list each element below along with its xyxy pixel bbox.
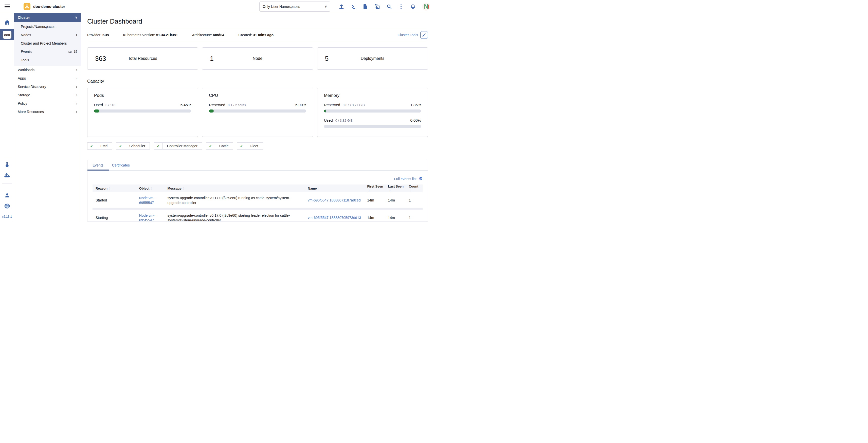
badge-label: Etcd (96, 143, 112, 149)
status-badge-etcd: ✓ Etcd (87, 143, 112, 150)
group-label: Workloads (18, 68, 34, 72)
cluster-tools-button[interactable] (420, 31, 428, 39)
notifications-button[interactable] (410, 4, 416, 9)
meta-architecture: Architecture: amd64 (192, 33, 224, 37)
sidebar-group-service-discovery[interactable]: Service Discovery › (14, 82, 81, 91)
home-icon (4, 20, 10, 25)
tab-certificates[interactable]: Certificates (112, 163, 130, 167)
app-rail: DDR v2.13.1 (0, 13, 14, 222)
check-icon: ✓ (116, 143, 125, 149)
progress-bar (324, 109, 421, 113)
cell-count: 1 (407, 209, 423, 222)
chevron-down-icon: ∨ (75, 16, 77, 19)
object-link[interactable]: Node vm-695f5547 (139, 196, 155, 205)
status-badge-scheduler: ✓ Scheduler (116, 143, 150, 150)
check-icon: ✓ (206, 143, 215, 149)
column-header-count[interactable]: Count▲▼ (407, 185, 423, 192)
chevron-right-icon: › (76, 68, 77, 72)
gauge-title: Pods (94, 93, 191, 98)
card-value: 1 (210, 55, 213, 63)
namespace-filter-select[interactable]: Only User Namespaces ∨ (259, 2, 330, 12)
user-avatar[interactable]: N (422, 3, 430, 11)
version-link[interactable]: v2.13.1 (2, 215, 12, 218)
page-title: Cluster Dashboard (87, 18, 428, 25)
capacity-card-cpu: CPU Reserved 0.1 / 2 cores 5.00% (202, 88, 313, 137)
card-label: Node (253, 56, 262, 61)
item-label: Tools (21, 58, 29, 62)
kubectl-shell-button[interactable] (350, 4, 356, 9)
home-button[interactable] (4, 20, 10, 25)
cell-message: system-upgrade-controller v0.17.0 (f2c9e… (165, 192, 306, 209)
glance-card-node: 1 Node (202, 48, 313, 70)
gear-icon[interactable]: ⚙ (419, 177, 423, 181)
hamburger-menu-button[interactable] (0, 4, 14, 9)
sidebar-group-storage[interactable]: Storage › (14, 91, 81, 99)
import-yaml-button[interactable] (339, 4, 344, 9)
download-kubeconfig-button[interactable] (363, 4, 368, 9)
account-button[interactable] (4, 193, 10, 198)
tab-events[interactable]: Events (93, 163, 103, 167)
events-tab-panel: Events Certificates Full events list ⚙ R… (87, 160, 428, 222)
sidebar-group-apps[interactable]: Apps › (14, 74, 81, 82)
copy-icon (375, 4, 380, 9)
cluster-tools-link[interactable]: Cluster Tools (398, 33, 418, 37)
item-label: Cluster and Project Members (21, 41, 67, 45)
cluster-subsection: Projects/Namespaces Nodes 1 Cluster and … (14, 22, 81, 66)
column-header-message[interactable]: Message▲▼ (165, 185, 306, 192)
column-header-first-seen[interactable]: First Seen▲▼ (365, 185, 386, 192)
glance-card-deployments: 5 Deployments (317, 48, 428, 70)
group-label: Apps (18, 76, 26, 80)
harvester-button[interactable] (4, 172, 10, 178)
column-header-name[interactable]: Name▲▼ (306, 185, 365, 192)
sidebar-item-cluster-and-project-members[interactable]: Cluster and Project Members (14, 39, 81, 48)
sidebar-item-events[interactable]: Events {⊟} 15 (14, 48, 81, 56)
search-button[interactable] (386, 4, 392, 9)
sidebar-item-tools[interactable]: Tools (14, 56, 81, 64)
kebab-menu-button[interactable] (398, 4, 404, 9)
top-bar-controls: Only User Namespaces ∨ (259, 2, 434, 12)
chevron-right-icon: › (76, 85, 77, 89)
experimental-features-button[interactable] (4, 161, 10, 167)
capacity-cards: Pods Used 6 / 110 5.45% CPU Reserved 0.1… (87, 88, 428, 137)
active-cluster-strip: DDR (0, 29, 14, 40)
sidebar-group-workloads[interactable]: Workloads › (14, 66, 81, 74)
badge-label: Controller Manager (163, 143, 202, 149)
locale-button[interactable] (4, 203, 10, 209)
cell-last-seen: 14m (386, 209, 407, 222)
item-label: Projects/Namespaces (21, 25, 55, 29)
item-label: Nodes (21, 33, 31, 37)
terminal-icon (351, 4, 356, 9)
full-events-list-link[interactable]: Full events list (394, 177, 416, 181)
copy-kubeconfig-button[interactable] (374, 4, 380, 9)
check-icon: ✓ (154, 143, 163, 149)
progress-bar (324, 125, 421, 128)
capacity-heading: Capacity (87, 79, 428, 84)
avatar-letter: N (424, 4, 428, 10)
sidebar-group-policy[interactable]: Policy › (14, 99, 81, 107)
cell-message: system-upgrade-controller v0.17.0 (f2c9e… (165, 209, 306, 222)
sort-icon: ▲▼ (109, 187, 110, 190)
object-link[interactable]: Node vm-695f5547 (139, 213, 155, 222)
cluster-logo-icon (24, 3, 30, 10)
count-badge: 1 (75, 33, 77, 37)
badge-label: Cattle (215, 143, 233, 149)
top-bar: doc-demo-cluster Only User Namespaces ∨ (0, 0, 434, 13)
event-name-link[interactable]: vm-695f5547.18888071187a8ced (308, 198, 361, 202)
event-name-link[interactable]: vm-695f5547.188880705973dd13 (308, 216, 361, 220)
card-label: Deployments (361, 56, 384, 61)
sidebar-item-nodes[interactable]: Nodes 1 (14, 31, 81, 39)
status-badge-controller-manager: ✓ Controller Manager (154, 143, 202, 150)
sidebar-section-cluster[interactable]: Cluster ∨ (14, 13, 81, 22)
cluster-meta-bar: Provider: K3s Kubernetes Version: v1.34.… (87, 29, 428, 41)
column-header-object[interactable]: Object▲▼ (137, 185, 165, 192)
sidebar-item-projects-namespaces[interactable]: Projects/Namespaces (14, 22, 81, 31)
card-value: 363 (95, 55, 106, 63)
rail-bottom: v2.13.1 (2, 156, 12, 222)
status-badge-fleet: ✓ Fleet (237, 143, 262, 150)
column-header-reason[interactable]: Reason▲▼ (93, 185, 137, 192)
brush-icon (422, 33, 426, 37)
gauge-row: Reserved 0.1 / 2 cores 5.00% (209, 103, 306, 107)
active-cluster-badge[interactable]: DDR (3, 31, 11, 39)
column-header-last-seen[interactable]: Last Seen▲▼ (386, 185, 407, 192)
sidebar-group-more-resources[interactable]: More Resources › (14, 107, 81, 116)
